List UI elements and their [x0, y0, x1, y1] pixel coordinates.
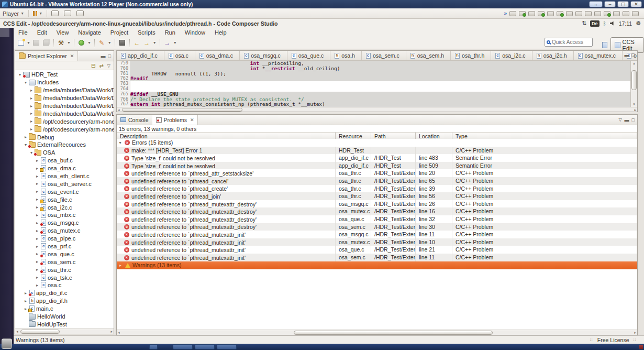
tree-expander-icon[interactable]: ▸: [35, 244, 40, 249]
editor-hscrollbar[interactable]: ◂ ▸: [117, 107, 637, 112]
scrollbar-thumb[interactable]: [122, 108, 242, 112]
scrollbar-thumb[interactable]: [20, 330, 60, 334]
expand-devices-icon[interactable]: »: [504, 10, 507, 16]
forward-button[interactable]: →: [142, 38, 151, 47]
scroll-left-icon[interactable]: ◂: [118, 331, 120, 335]
tree-item[interactable]: ▸ osa_dma.c: [15, 165, 114, 172]
tree-expander-icon[interactable]: ▸: [23, 291, 28, 296]
usb-device-6-icon[interactable]: [632, 11, 639, 16]
tree-item[interactable]: ▸ osa_i2c.c: [15, 203, 114, 211]
menu-item[interactable]: Run: [160, 29, 180, 36]
network-adapter-icon[interactable]: [538, 11, 545, 16]
usb-device-2-icon[interactable]: [585, 11, 592, 16]
tree-item[interactable]: ▸ osa_que.c: [15, 250, 114, 258]
editor-vscrollbar[interactable]: ▴ ▾: [630, 61, 637, 107]
tree-expander-icon[interactable]: ▸: [35, 221, 40, 225]
tree-item[interactable]: ▸ Debug: [15, 133, 114, 141]
code-area[interactable]: 759 int __prioceiling, 760 int *__restri…: [117, 61, 630, 107]
tree-item[interactable]: ▸ /media/mbuder/Data/Work/DVRRD: [15, 86, 114, 94]
tree-expander-icon[interactable]: ▸: [35, 166, 40, 171]
network-activity-icon[interactable]: ⇅: [582, 20, 586, 27]
open-perspective-icon[interactable]: [602, 42, 607, 48]
tree-item[interactable]: HoldUpTest: [15, 321, 114, 329]
tree-expander-icon[interactable]: ▸: [29, 88, 34, 93]
code-line[interactable]: 763: [117, 81, 630, 86]
problem-row[interactable]: undefined reference to `pthread_mutexatt…: [117, 200, 637, 208]
taskbar-button[interactable]: [217, 344, 237, 349]
tree-item[interactable]: ▸ /opt/codesourcery/arm-none-linux-: [15, 117, 114, 125]
console-tab[interactable]: Console: [117, 115, 152, 125]
problem-row[interactable]: undefined reference to `pthread_mutexatt…: [117, 246, 637, 254]
tree-item[interactable]: ▸ /media/mbuder/Data/Work/DVRRD: [15, 102, 114, 110]
scroll-left-icon[interactable]: ◂: [118, 108, 120, 112]
maximize-editor-icon[interactable]: □: [632, 52, 635, 58]
close-icon[interactable]: ✕: [70, 53, 74, 59]
send-ctrl-alt-del-button[interactable]: [49, 9, 61, 18]
fullscreen-button[interactable]: [61, 9, 74, 18]
warnings-group-row[interactable]: ▸ Warnings (13 items): [117, 261, 637, 269]
minimize-button[interactable]: –: [604, 1, 616, 7]
flash-button[interactable]: ✎: [97, 38, 106, 47]
editor-tab[interactable]: osa_sem.c: [362, 51, 406, 60]
tree-item[interactable]: ▸ osa_msgq.c: [15, 219, 114, 227]
tree-item[interactable]: ▸ osa_file.c: [15, 195, 114, 203]
display-icon[interactable]: [604, 11, 610, 16]
tree-item[interactable]: ▸ osa_mutex.c: [15, 227, 114, 235]
collapse-all-icon[interactable]: ⊟: [91, 63, 95, 69]
usb-device-3-icon[interactable]: [594, 11, 601, 16]
code-line[interactable]: 764: [117, 86, 630, 92]
editor-tab[interactable]: osa_dma.c: [195, 51, 240, 60]
tree-item[interactable]: ▾ HDR_Test: [15, 71, 114, 79]
tree-item[interactable]: ▸ osa_prf.c: [15, 243, 114, 250]
tree-item[interactable]: ▸ osa_eth_client.c: [15, 172, 114, 180]
tree-expander-icon[interactable]: ▸: [29, 119, 34, 124]
close-button[interactable]: ✕: [630, 1, 642, 7]
tree-item[interactable]: ▸ osa_mbx.c: [15, 211, 114, 219]
problem-row[interactable]: Type 'size_t' could not be resolved app_…: [117, 162, 637, 170]
tree-expander-icon[interactable]: ▸: [35, 275, 40, 280]
tree-expander-icon[interactable]: ▸: [35, 189, 40, 194]
tree-expander-icon[interactable]: ▸: [35, 181, 40, 186]
problem-row[interactable]: undefined reference to `pthread_join' os…: [117, 192, 637, 200]
editor-tab[interactable]: osa_mutex.c: [574, 51, 623, 60]
chevron-down-icon[interactable]: ▼: [87, 41, 91, 45]
tree-expander-icon[interactable]: ▸: [29, 96, 34, 101]
menu-item[interactable]: View: [52, 29, 74, 36]
search-button[interactable]: [118, 38, 127, 47]
tree-item[interactable]: ▸ main.c: [15, 305, 114, 313]
maximize-view-icon[interactable]: □: [632, 117, 635, 123]
tree-expander-icon[interactable]: ▸: [35, 236, 40, 241]
tree-expander-icon[interactable]: ▸: [35, 267, 40, 272]
menu-item[interactable]: Edit: [32, 29, 52, 36]
problem-row[interactable]: undefined reference to `pthread_cancel' …: [117, 177, 637, 185]
scrollbar-thumb[interactable]: [294, 331, 493, 335]
problems-hscrollbar[interactable]: ◂ ▸: [117, 330, 637, 335]
tree-item[interactable]: ▸ /opt/codesourcery/arm-none-linux-: [15, 125, 114, 133]
tree-item[interactable]: ▸ osa_event.c: [15, 188, 114, 195]
problem-row[interactable]: undefined reference to `pthread_mutexatt…: [117, 254, 637, 261]
problem-row[interactable]: undefined reference to `pthread_mutexatt…: [117, 231, 637, 238]
scroll-right-icon[interactable]: ▸: [634, 108, 636, 112]
minimize-view-icon[interactable]: ▬: [101, 53, 106, 59]
chevron-down-icon[interactable]: ▼: [153, 41, 157, 45]
usb-device-4-icon[interactable]: [613, 11, 620, 16]
menu-item[interactable]: Help: [210, 29, 231, 36]
taskbar-button[interactable]: [173, 344, 193, 349]
tree-expander-icon[interactable]: ▸: [35, 205, 40, 210]
back-button[interactable]: ←: [132, 38, 141, 47]
code-line[interactable]: 761 __THROW __nonnull ((1, 3));: [117, 71, 630, 76]
tree-item[interactable]: ▸ app_dio_if.c: [15, 289, 114, 297]
tree-expander-icon[interactable]: ▸: [35, 259, 40, 264]
scroll-right-icon[interactable]: ▸: [634, 331, 636, 335]
view-menu-icon[interactable]: ▽: [618, 117, 621, 123]
tree-expander-icon[interactable]: ▸: [23, 307, 28, 311]
usb-device-5-icon[interactable]: [623, 11, 629, 16]
usb-device-1-icon[interactable]: [575, 11, 582, 16]
code-line[interactable]: 762 #endif: [117, 76, 630, 81]
problem-row[interactable]: undefined reference to `pthread_mutexatt…: [117, 223, 637, 231]
menu-item[interactable]: Window: [180, 29, 210, 36]
link-with-editor-icon[interactable]: ⇄: [99, 63, 103, 69]
scroll-left-icon[interactable]: ◂: [16, 330, 18, 334]
quick-access-input[interactable]: [552, 39, 589, 45]
tree-expander-icon[interactable]: ▸: [35, 283, 40, 288]
